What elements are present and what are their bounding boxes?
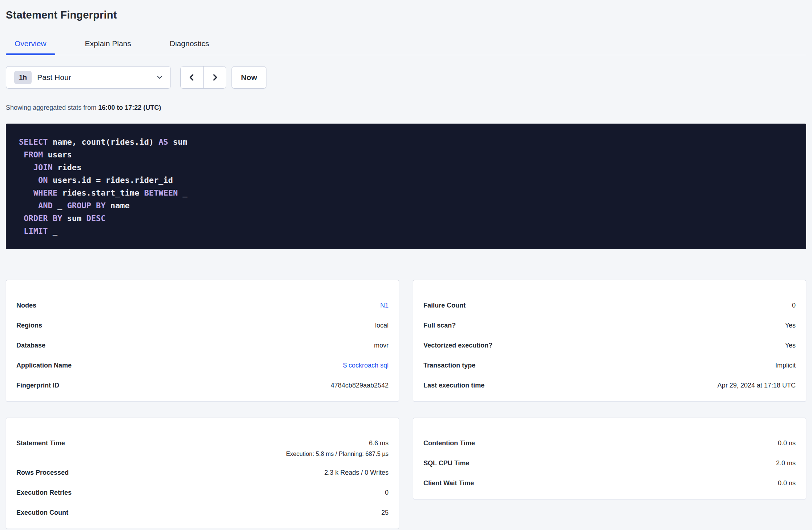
sql-text: rides.start_time xyxy=(57,188,144,197)
sql-text: sum xyxy=(168,137,188,146)
sql-code-line: ORDER BY sum DESC xyxy=(19,212,799,225)
row-label-statement-time: Statement Time xyxy=(16,438,65,448)
sql-keyword: BETWEEN xyxy=(144,188,178,197)
row-label-fingerprint-id: Fingerprint ID xyxy=(16,381,59,390)
row-value-stack: 2.3 k Reads / 0 Writes xyxy=(324,468,389,478)
row-value-client-wait-time: 0.0 ns xyxy=(778,479,796,487)
row-value-nodes-link[interactable]: N1 xyxy=(380,302,389,309)
row-value-stack: 2.0 ms xyxy=(776,458,796,468)
sql-keyword: AS xyxy=(158,137,168,146)
row-label-last-execution-time: Last execution time xyxy=(423,381,485,390)
summary-row-statement-time: Statement Time6.6 msExecution: 5.8 ms / … xyxy=(16,438,389,458)
summary-row-contention-time: Contention Time0.0 ns xyxy=(423,438,796,448)
row-value-stack: $ cockroach sql xyxy=(343,361,389,370)
sql-keyword: JOIN xyxy=(33,163,53,172)
row-value-stack: movr xyxy=(374,341,389,350)
row-label-contention-time: Contention Time xyxy=(423,438,475,448)
row-value-stack: 4784cb829aab2542 xyxy=(331,381,389,390)
summary-row-regions: Regionslocal xyxy=(16,321,389,330)
next-range-button[interactable] xyxy=(203,67,226,88)
row-value-application-name-link[interactable]: $ cockroach sql xyxy=(343,362,389,369)
row-value-transaction-type: Implicit xyxy=(775,362,796,369)
card-statement-details: NodesN1RegionslocalDatabasemovrApplicati… xyxy=(6,280,399,402)
summary-row-database: Databasemovr xyxy=(16,341,389,350)
row-label-rows-processed: Rows Processed xyxy=(16,468,69,478)
row-value-stack: Implicit xyxy=(775,361,796,370)
row-value-stack: Yes xyxy=(785,341,796,350)
sql-keyword: ON xyxy=(38,176,48,185)
sql-text: users xyxy=(43,150,72,159)
sql-keyword: FROM xyxy=(24,150,43,159)
summary-row-transaction-type: Transaction typeImplicit xyxy=(423,361,796,370)
sql-keyword: GROUP BY xyxy=(67,201,105,210)
row-label-application-name: Application Name xyxy=(16,361,72,370)
time-range-label: Past Hour xyxy=(37,73,71,82)
row-label-transaction-type: Transaction type xyxy=(423,361,475,370)
row-value-database: movr xyxy=(374,342,389,349)
tab-overview[interactable]: Overview xyxy=(6,36,55,55)
sql-code-line: WHERE rides.start_time BETWEEN _ xyxy=(19,186,799,199)
summary-row-full-scan: Full scan?Yes xyxy=(423,321,796,330)
stats-caption-range: 16:00 to 17:22 (UTC) xyxy=(98,104,161,111)
summary-cards: NodesN1RegionslocalDatabasemovrApplicati… xyxy=(6,280,806,529)
time-range-select[interactable]: 1h Past Hour xyxy=(6,66,171,89)
sql-text xyxy=(19,176,38,185)
row-value-vectorized-execution: Yes xyxy=(785,342,796,349)
sql-text: sum xyxy=(62,214,86,223)
summary-row-application-name: Application Name$ cockroach sql xyxy=(16,361,389,370)
stats-caption-prefix: Showing aggregated stats from xyxy=(6,104,98,111)
row-value-stack: 6.6 msExecution: 5.8 ms / Planning: 687.… xyxy=(286,438,389,458)
sql-keyword: ORDER BY xyxy=(24,214,62,223)
row-value-stack: 0 xyxy=(385,488,389,498)
time-range-nav xyxy=(180,66,226,89)
row-label-sql-cpu-time: SQL CPU Time xyxy=(423,458,469,468)
sql-text xyxy=(19,150,24,159)
sql-code-line: JOIN rides xyxy=(19,161,799,174)
row-value-stack: 25 xyxy=(381,508,389,518)
sql-text: _ xyxy=(53,201,67,210)
chevron-left-icon xyxy=(188,73,196,82)
prev-range-button[interactable] xyxy=(181,67,203,88)
sql-text: _ xyxy=(178,188,188,197)
row-label-execution-count: Execution Count xyxy=(16,508,68,518)
summary-row-execution-retries: Execution Retries0 xyxy=(16,488,389,498)
row-subvalue-statement-time: Execution: 5.8 ms / Planning: 687.5 µs xyxy=(286,450,389,458)
row-value-fingerprint-id: 4784cb829aab2542 xyxy=(331,382,389,389)
row-value-execution-count: 25 xyxy=(381,509,389,516)
row-label-client-wait-time: Client Wait Time xyxy=(423,478,474,488)
chevron-down-icon xyxy=(156,74,163,81)
summary-row-fingerprint-id: Fingerprint ID4784cb829aab2542 xyxy=(16,381,389,390)
sql-keyword: LIMIT xyxy=(24,226,48,236)
row-value-last-execution-time: Apr 29, 2024 at 17:18 UTC xyxy=(717,382,796,389)
statement-fingerprint-page: Statement Fingerprint OverviewExplain Pl… xyxy=(0,0,812,530)
card-resource-times: Contention Time0.0 nsSQL CPU Time2.0 msC… xyxy=(413,418,806,499)
row-value-stack: Apr 29, 2024 at 17:18 UTC xyxy=(717,381,796,390)
sql-text xyxy=(19,214,24,223)
page-title: Statement Fingerprint xyxy=(6,9,806,21)
sql-text: rides xyxy=(53,163,81,172)
time-range-badge: 1h xyxy=(14,71,32,84)
row-value-execution-retries: 0 xyxy=(385,489,389,496)
sql-text xyxy=(19,226,24,236)
sql-code-line: ON users.id = rides.rider_id xyxy=(19,174,799,186)
summary-row-rows-processed: Rows Processed2.3 k Reads / 0 Writes xyxy=(16,468,389,478)
tab-diagnostics[interactable]: Diagnostics xyxy=(161,36,218,55)
summary-row-execution-count: Execution Count25 xyxy=(16,508,389,518)
row-label-regions: Regions xyxy=(16,321,42,330)
sql-text xyxy=(19,163,33,172)
sql-text xyxy=(19,188,33,197)
summary-row-sql-cpu-time: SQL CPU Time2.0 ms xyxy=(423,458,796,468)
now-button[interactable]: Now xyxy=(232,66,266,89)
sql-text xyxy=(19,201,38,210)
tab-explain-plans[interactable]: Explain Plans xyxy=(76,36,140,55)
row-value-statement-time: 6.6 ms xyxy=(369,439,389,447)
sql-statement-block: SELECT name, count(rides.id) AS sum FROM… xyxy=(6,124,806,249)
row-label-full-scan: Full scan? xyxy=(423,321,456,330)
row-label-vectorized-execution: Vectorized execution? xyxy=(423,341,493,350)
row-value-stack: 0.0 ns xyxy=(778,478,796,488)
row-label-database: Database xyxy=(16,341,45,350)
sql-code-line: AND _ GROUP BY name xyxy=(19,199,799,212)
sql-code-line: LIMIT _ xyxy=(19,225,799,237)
sql-text: users.id = rides.rider_id xyxy=(48,176,173,185)
row-value-stack: N1 xyxy=(380,301,389,310)
